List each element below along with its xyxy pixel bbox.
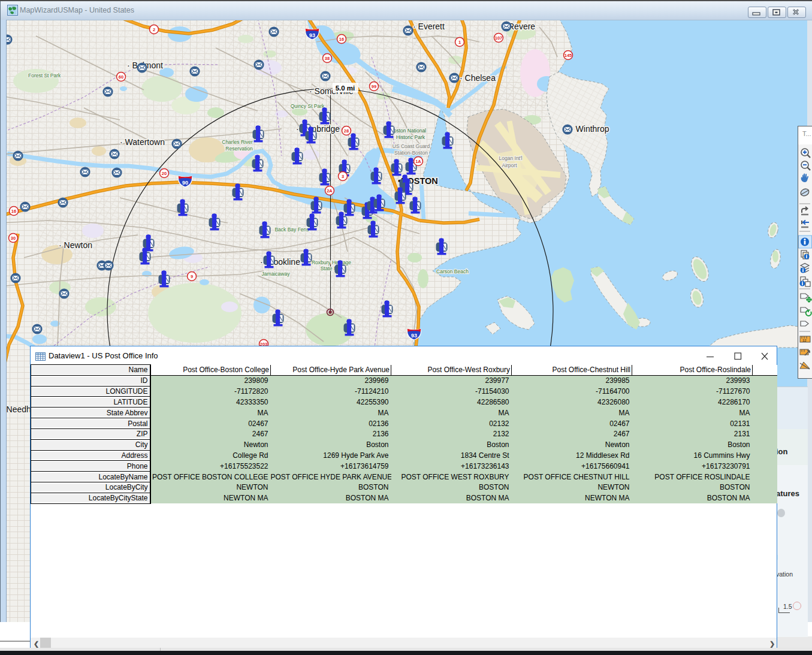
- svg-text:Reservation: Reservation: [225, 146, 253, 152]
- svg-text:· Winthrop: · Winthrop: [570, 124, 609, 134]
- svg-text:2: 2: [153, 27, 155, 32]
- svg-text:3: 3: [342, 174, 344, 179]
- svg-text:12: 12: [802, 339, 807, 342]
- svg-text:28: 28: [344, 128, 349, 134]
- svg-text:107: 107: [495, 35, 503, 41]
- svg-text:145: 145: [565, 53, 572, 58]
- svg-text:Historic Park: Historic Park: [396, 134, 425, 140]
- svg-text:93: 93: [309, 32, 315, 38]
- svg-text:Forest St Park: Forest St Park: [28, 73, 61, 79]
- svg-text:· Watertown: · Watertown: [120, 137, 165, 147]
- svg-text:Charles River: Charles River: [222, 139, 253, 145]
- svg-text:20: 20: [162, 171, 167, 176]
- svg-text:9: 9: [191, 274, 193, 279]
- svg-text:Jamaicaway: Jamaicaway: [262, 271, 291, 277]
- svg-text:· Newton: · Newton: [59, 240, 92, 250]
- svg-text:Logan Int'l: Logan Int'l: [499, 155, 523, 161]
- svg-text:· Everett: · Everett: [413, 22, 445, 31]
- svg-text:38: 38: [325, 56, 330, 61]
- svg-text:Back Bay Fens: Back Bay Fens: [274, 227, 309, 233]
- svg-text:99: 99: [372, 84, 376, 89]
- svg-text:16: 16: [11, 209, 16, 214]
- svg-text:1A: 1A: [415, 159, 421, 164]
- svg-text:5.0 mi: 5.0 mi: [336, 84, 355, 92]
- svg-text:Airport: Airport: [502, 162, 517, 168]
- svg-text:60: 60: [119, 74, 123, 80]
- svg-text:Revere: Revere: [508, 22, 535, 31]
- svg-text:93: 93: [411, 333, 417, 339]
- svg-text:30: 30: [11, 236, 16, 241]
- svg-text:1: 1: [458, 40, 461, 45]
- svg-text:· Chelsea: · Chelsea: [460, 73, 496, 83]
- svg-text:US Coast Guard: US Coast Guard: [393, 143, 430, 149]
- svg-text:16: 16: [339, 37, 344, 42]
- svg-text:Station-Boston: Station-Boston: [394, 150, 428, 156]
- svg-text:Roxbury Heritage: Roxbury Heritage: [312, 259, 351, 265]
- svg-text:2A: 2A: [327, 188, 333, 194]
- svg-text:Boston National: Boston National: [390, 128, 426, 134]
- svg-text:90: 90: [182, 180, 188, 186]
- svg-text:Quincy St Park: Quincy St Park: [291, 103, 325, 109]
- svg-text:Carson Beach: Carson Beach: [436, 268, 469, 274]
